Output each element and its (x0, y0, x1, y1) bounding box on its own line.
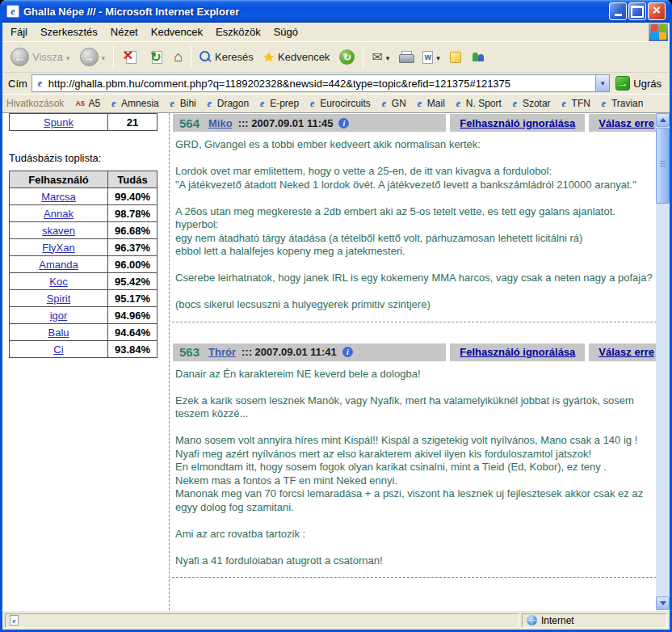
toplist-score: 96.00% (108, 256, 158, 273)
menu-item-szerkesztes[interactable]: Szerkesztés (34, 23, 104, 40)
sidebar: Spunk 21 Tudásbázis toplista: Felhasznál… (2, 113, 164, 610)
forward-dropdown-icon (102, 51, 106, 63)
discuss-note-icon (450, 52, 461, 63)
link-szotar[interactable]: Szotar (507, 98, 556, 109)
link-gn[interactable]: GN (376, 98, 412, 109)
vertical-scrollbar[interactable] (656, 113, 670, 610)
reply-link[interactable]: Válasz erre (598, 117, 654, 129)
favorites-button[interactable]: Kedvencek (259, 47, 334, 67)
toplist-user-link[interactable]: igor (50, 310, 68, 322)
menu-item-eszkozok[interactable]: Eszközök (209, 23, 267, 40)
post-number: 563 (179, 345, 200, 359)
link-label: Travian (611, 98, 644, 109)
home-icon (174, 48, 183, 65)
toplist-user-link[interactable]: Spirit (47, 293, 71, 305)
minimize-button[interactable] (609, 2, 627, 20)
menu-item-nezet[interactable]: Nézet (104, 23, 145, 40)
toplist-user-link[interactable]: Marcsa (41, 191, 76, 203)
messenger-button[interactable] (467, 48, 490, 65)
reply-cell: Válasz erre (589, 343, 664, 361)
post-author-link[interactable]: Thrór (208, 346, 236, 358)
address-input[interactable]: http://ghalla.pbm.hu/comment.php?q=11892… (32, 74, 610, 92)
favorites-label: Kedvencek (278, 51, 330, 63)
back-button[interactable]: Vissza (6, 45, 74, 69)
link-amnesia[interactable]: Amnesia (106, 98, 165, 109)
link-tfn[interactable]: TFN (556, 98, 596, 109)
search-icon (200, 51, 212, 63)
window-controls (609, 2, 666, 20)
toplist-user-link[interactable]: Balu (48, 327, 69, 339)
ie-icon (598, 99, 609, 109)
link-nsport[interactable]: N. Sport (451, 98, 507, 109)
toplist-user-link[interactable]: FlyXan (42, 242, 74, 254)
link-eprep[interactable]: E-prep (254, 98, 304, 109)
link-a5[interactable]: A5 (72, 98, 106, 109)
messenger-icon (471, 51, 486, 63)
menu-item-fajl[interactable]: Fájl (4, 23, 34, 40)
toplist-user-link[interactable]: Annak (44, 208, 74, 220)
info-icon[interactable] (338, 118, 349, 129)
link-bihi[interactable]: Bihi (165, 98, 202, 109)
toplist-user-link[interactable]: Koc (49, 276, 67, 288)
link-label: TFN (572, 98, 590, 109)
toplist-score: 98.78% (108, 205, 158, 222)
toplist-score: 95.17% (108, 290, 158, 307)
stop-button[interactable] (118, 48, 142, 67)
ignore-user-link[interactable]: Felhasználó ignorálása (460, 346, 575, 358)
ie-icon (204, 99, 215, 109)
search-button[interactable]: Keresés (195, 48, 258, 65)
history-button[interactable] (335, 47, 359, 67)
edit-button[interactable] (418, 48, 444, 66)
post-body: GRD, Givangel es a tobbi ember kedveert … (173, 132, 664, 312)
ignore-user-cell: Felhasználó ignorálása (450, 343, 585, 361)
scroll-down-button[interactable] (656, 596, 670, 610)
toolbar: Vissza Keresés Kedvencek (2, 42, 670, 73)
ignore-user-link[interactable]: Felhasználó ignorálása (460, 117, 575, 129)
toplist-user-link[interactable]: skaven (42, 225, 75, 237)
link-travian[interactable]: Travian (596, 98, 649, 109)
info-icon[interactable] (342, 347, 353, 357)
scroll-up-button[interactable] (656, 113, 670, 127)
forward-icon (80, 48, 99, 66)
address-url-text[interactable]: http://ghalla.pbm.hu/comment.php?q=11892… (48, 78, 592, 90)
table-row: FlyXan 96.37% (10, 239, 158, 256)
refresh-button[interactable] (144, 48, 168, 67)
mail-dropdown-icon (386, 51, 390, 63)
go-button[interactable]: Ugrás (614, 75, 666, 91)
menu-item-sugo[interactable]: Súgó (267, 23, 304, 40)
status-bar: Internet (2, 610, 670, 630)
print-button[interactable] (395, 48, 417, 65)
back-icon (10, 48, 29, 66)
table-row: Amanda 96.00% (10, 256, 158, 273)
link-dragon[interactable]: Dragon (202, 98, 254, 109)
toolbar-separator (363, 46, 363, 68)
toplist-user-link[interactable]: Ci (53, 343, 63, 356)
menu-item-kedvencek[interactable]: Kedvencek (145, 23, 209, 40)
scroll-thumb[interactable] (656, 128, 670, 204)
link-eurocircuits[interactable]: Eurocircuits (304, 98, 376, 109)
link-mail[interactable]: Mail (412, 98, 451, 109)
home-button[interactable] (170, 46, 187, 68)
windows-logo-icon (649, 23, 668, 41)
post-author-link[interactable]: Miko (208, 117, 233, 129)
maximize-button[interactable] (628, 2, 646, 20)
spunk-link[interactable]: Spunk (44, 116, 74, 129)
close-button[interactable] (648, 2, 666, 20)
link-label: Szotar (523, 98, 551, 109)
toplist-user-link[interactable]: Amanda (39, 259, 78, 271)
address-dropdown-button[interactable] (595, 75, 609, 91)
spunk-value: 21 (108, 114, 158, 131)
toplist-score: 94.64% (108, 324, 158, 341)
link-label: Dragon (217, 98, 249, 109)
reply-link[interactable]: Válasz erre (598, 346, 654, 358)
ie-favicon-icon (35, 78, 45, 89)
address-bar: Cím http://ghalla.pbm.hu/comment.php?q=1… (2, 73, 670, 95)
discuss-button[interactable] (446, 49, 465, 65)
toplist-score: 96.68% (108, 222, 158, 239)
ie-icon (167, 99, 178, 109)
post-564: 564 Miko ::: 2007.09.01 11:45 Felhasznál… (172, 114, 665, 322)
mail-button[interactable] (368, 47, 393, 67)
posts-list: 564 Miko ::: 2007.09.01 11:45 Felhasznál… (169, 113, 668, 610)
go-label: Ugrás (633, 78, 662, 90)
forward-button[interactable] (76, 45, 110, 69)
